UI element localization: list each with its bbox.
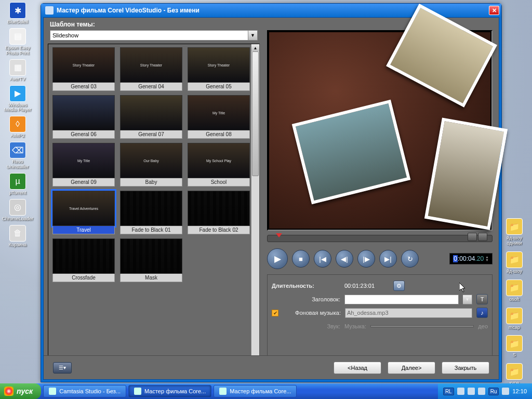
home-button[interactable]: |◀ [314, 250, 331, 268]
template-combo[interactable]: Slideshow ▼ [50, 30, 258, 41]
desktop-icon[interactable]: ◎ChromeLoader [2, 199, 33, 222]
desktop-icon[interactable]: ⌫Revo Uninstaller [2, 142, 33, 170]
close-icon[interactable]: ✕ [489, 6, 499, 15]
title-label: Заголовок: [272, 296, 340, 302]
template-thumbnail [120, 238, 182, 274]
template-tile[interactable]: General 07 [120, 95, 182, 139]
bgmusic-input[interactable] [345, 308, 472, 318]
duration-label: Длительность: [272, 283, 340, 289]
desktop-icon[interactable]: 📁mcap [499, 308, 530, 330]
playback-controls: ▶ ■ |◀ ◀| |▶ ▶| ↻ 0:00:04.20 ▲▼ [267, 246, 493, 271]
next-button[interactable]: Далее> [388, 362, 435, 374]
tray-icon[interactable] [457, 388, 464, 395]
template-tile[interactable]: My TitleGeneral 09 [52, 143, 115, 187]
desktop-icon[interactable]: ▦AverTV [2, 59, 33, 82]
template-tile[interactable]: Travel AdventuresTravel [52, 191, 115, 234]
timecode-value: 0:00:04.20 [453, 256, 484, 262]
taskbar-button-label: Camtasia Studio - Без... [59, 388, 121, 394]
taskbar-button[interactable]: Camtasia Studio - Без... [43, 385, 126, 397]
desktop-icon[interactable]: 📁йд-шоу [499, 251, 530, 274]
desktop-icon[interactable]: ◊AIMP2 [2, 116, 33, 139]
desktop-icon[interactable]: 📁S [499, 335, 530, 358]
template-tile[interactable]: Fade to Black 02 [188, 191, 250, 234]
settings-icon[interactable]: ⚙ [393, 281, 405, 291]
bgmusic-checkbox[interactable]: ✔ [272, 310, 278, 316]
templates-list: Story TheaterGeneral 03Story TheaterGene… [48, 44, 260, 366]
desktop-icon[interactable]: ▤Epson Easy Photo Print [2, 28, 33, 56]
taskbar-button[interactable]: Мастер фильма Core... [128, 385, 211, 397]
scrollbar[interactable]: ▲ ▼ [251, 44, 259, 365]
desktop-icon[interactable]: 📁куре [499, 363, 530, 386]
close-button[interactable]: Закрыть [442, 362, 489, 374]
template-tile[interactable]: Fade to Black 01 [120, 191, 182, 234]
desktop-icon[interactable]: ✱BlueSoleil [2, 2, 33, 25]
mark-out-button[interactable] [478, 233, 487, 241]
mark-in-button[interactable] [468, 233, 477, 241]
back-button[interactable]: <Назад [334, 362, 381, 374]
desktop-icon[interactable]: µµTorrent [2, 173, 33, 196]
desktop-icon-label: Корзина [9, 243, 26, 248]
tray-icon[interactable] [502, 388, 509, 395]
template-caption: General 08 [188, 130, 250, 139]
desktop-icon[interactable]: 🗑Корзина [2, 225, 33, 248]
template-tile[interactable]: General 06 [52, 95, 115, 139]
desktop-icon[interactable]: 📁osoft [499, 280, 530, 302]
lang-indicator[interactable]: Ru [488, 388, 499, 395]
start-button[interactable]: пуск [0, 383, 41, 399]
seek-bar[interactable] [267, 235, 493, 242]
sound-slider [370, 325, 474, 327]
options-menu-icon[interactable]: ☰▾ [53, 362, 72, 374]
taskbar[interactable]: пуск Camtasia Studio - Без...Мастер филь… [0, 383, 532, 399]
app-icon: µ [9, 173, 26, 190]
desktop-icon[interactable]: 📁йд-шоу одники [499, 218, 530, 246]
timecode-spinner-icon[interactable]: ▲▼ [485, 256, 489, 262]
template-tile[interactable]: My TitleGeneral 08 [188, 95, 250, 139]
scroll-thumb[interactable] [252, 51, 259, 176]
clock[interactable]: 12:10 [512, 388, 527, 394]
title-style-button[interactable]: T [476, 294, 488, 304]
music-sublabel: Музыка: [344, 323, 366, 329]
title-dropdown-icon[interactable]: ▼ [463, 295, 472, 304]
template-tile[interactable]: Story TheaterGeneral 03 [52, 47, 115, 91]
template-tile[interactable]: My School PlaySchool [188, 143, 250, 187]
app-icon: ✱ [9, 2, 26, 19]
chevron-down-icon[interactable]: ▼ [248, 31, 257, 40]
app-icon: ⌫ [9, 142, 26, 158]
desktop: ✱BlueSoleil▤Epson Easy Photo Print▦AverT… [0, 0, 532, 399]
app-icon [49, 388, 56, 395]
template-caption: Fade to Black 01 [120, 226, 182, 234]
tray-icon[interactable] [468, 388, 475, 395]
end-button[interactable]: ▶| [379, 250, 397, 268]
desktop-icon-label: AIMP2 [10, 134, 24, 139]
template-thumbnail [120, 95, 182, 130]
desktop-icon-label: Windows Media Player [2, 103, 33, 113]
folder-icon: 📁 [506, 308, 523, 324]
stop-button[interactable]: ■ [292, 250, 310, 268]
wizard-nav: ☰▾ <Назад Далее> Закрыть [44, 355, 499, 379]
system-tray[interactable]: RL Ru 12:10 [438, 383, 532, 399]
play-button[interactable]: ▶ [267, 248, 288, 269]
taskbar-button[interactable]: Мастер фильма Core... [214, 385, 297, 397]
template-tile[interactable]: Story TheaterGeneral 05 [188, 47, 250, 91]
preview-photo [291, 100, 410, 204]
desktop-icon[interactable]: ▶Windows Media Player [2, 85, 33, 113]
folder-icon: 📁 [506, 280, 523, 296]
next-frame-button[interactable]: |▶ [357, 250, 375, 268]
folder-icon: 📁 [506, 335, 523, 352]
title-input[interactable] [344, 295, 459, 304]
seek-knob-icon[interactable] [276, 233, 282, 237]
lang-indicator[interactable]: RL [443, 388, 454, 395]
template-thumbnail: My Title [52, 143, 115, 178]
prev-frame-button[interactable]: ◀| [336, 250, 353, 268]
scroll-up-icon[interactable]: ▲ [251, 44, 259, 51]
timecode-display[interactable]: 0:00:04.20 ▲▼ [449, 253, 493, 264]
repeat-button[interactable]: ↻ [401, 250, 419, 268]
template-tile[interactable]: Crossfade [52, 238, 115, 282]
desktop-icon-label: Epson Easy Photo Print [2, 46, 33, 56]
bgmusic-browse-button[interactable]: ♪ [476, 308, 488, 318]
template-caption: General 09 [52, 178, 115, 187]
tray-icon[interactable] [478, 388, 485, 395]
template-tile[interactable]: Story TheaterGeneral 04 [120, 47, 182, 91]
template-tile[interactable]: Mask [120, 238, 182, 282]
template-tile[interactable]: Our BabyBaby [120, 143, 182, 187]
